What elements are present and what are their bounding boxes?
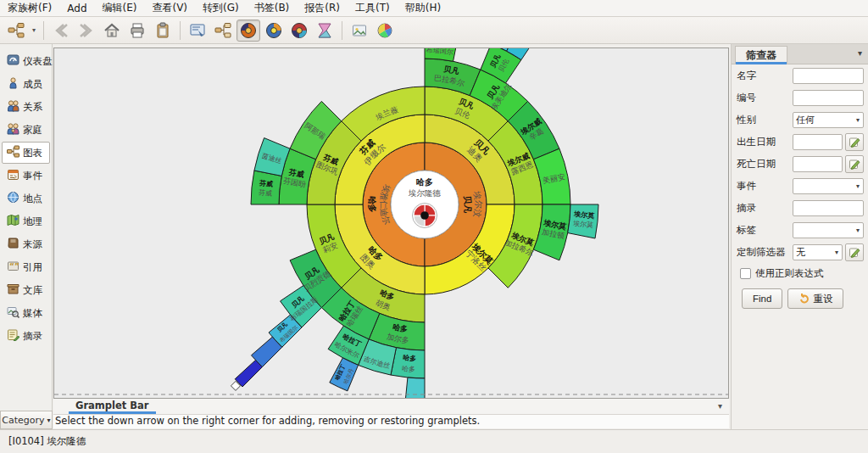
fan-chart[interactable]: 哈多埃雅仁迪尔贝凡埃尔汶贝凡迪奥埃尔莫宁洛丝哈多图奥芬威伊缀尔贝凡贝伦埃尔威露西…: [54, 48, 728, 398]
gramplet-message: Select the down arrow on the right corne…: [53, 415, 729, 428]
chevron-down-icon: ▾: [856, 226, 860, 234]
sidebar-item-family[interactable]: 家庭: [2, 119, 50, 141]
sidebar-item-relations[interactable]: 关系: [2, 96, 50, 118]
filter-label-birth-date: 出生日期: [737, 136, 790, 148]
sidebar-item-person[interactable]: 成员: [2, 73, 50, 95]
menu-item-5[interactable]: 书签(B): [247, 0, 298, 17]
custom-filter-select[interactable]: 无▾: [793, 244, 843, 260]
sidebar-item-citations[interactable]: “”引用: [2, 256, 50, 278]
descendant-tree-icon[interactable]: [313, 20, 337, 42]
forward-icon[interactable]: [75, 20, 98, 42]
menu-item-8[interactable]: 帮助(H): [398, 0, 448, 17]
fan-chart-canvas[interactable]: 哈多埃雅仁迪尔贝凡埃尔汶贝凡迪奥埃尔莫宁洛丝哈多图奥芬威伊缀尔贝凡贝伦埃尔威露西…: [53, 48, 729, 399]
toolbar-separator: [43, 21, 44, 40]
print-icon[interactable]: [125, 20, 149, 42]
svg-text:“”: “”: [9, 262, 19, 271]
sidebar-item-media[interactable]: 媒体: [2, 302, 50, 324]
sidebar-item-geography[interactable]: 地理: [2, 210, 50, 232]
filter-row-custom-filter: 定制筛选器无▾: [732, 241, 868, 263]
toolbar: ▾: [0, 17, 868, 44]
fan-segment-label: 哈多: [401, 365, 415, 374]
note-input[interactable]: [793, 200, 864, 216]
filter-row-event: 事件▾: [732, 175, 868, 197]
fan-segment[interactable]: [391, 348, 425, 378]
sources-icon: [7, 237, 19, 252]
pedigree-view-icon[interactable]: [211, 20, 235, 42]
repositories-icon: [7, 282, 19, 298]
custom-filter-edit-button[interactable]: [845, 243, 864, 261]
name-input[interactable]: [793, 68, 864, 84]
menu-item-3[interactable]: 查看(V): [144, 0, 195, 17]
filter-label-note: 摘录: [737, 202, 790, 215]
filter-panel: 筛查器 ▾ 名字编号性别任何▾出生日期死亡日期事件▾摘录标签▾定制筛选器无▾ 使…: [731, 44, 868, 429]
sidebar-item-label: 图表: [23, 147, 42, 159]
chevron-down-icon[interactable]: ▾: [29, 20, 39, 42]
sidebar-item-repositories[interactable]: 文库: [2, 279, 50, 301]
birth-date-input[interactable]: [793, 134, 843, 150]
configure-view-icon[interactable]: [186, 20, 209, 42]
clipboard-icon[interactable]: [151, 20, 175, 42]
edit-pencil-icon: [849, 246, 860, 258]
birth-date-edit-button[interactable]: [845, 133, 864, 151]
sidebar-item-charts[interactable]: 图表: [2, 142, 50, 164]
sidebar-item-label: 来源: [23, 238, 42, 251]
sidebar-item-sources[interactable]: 来源: [2, 233, 50, 255]
filter-tabbar: 筛查器 ▾: [732, 44, 868, 64]
sidebar-item-label: 家庭: [23, 124, 42, 137]
id-input[interactable]: [793, 90, 864, 106]
category-selector[interactable]: Category ▾: [0, 411, 53, 429]
sidebar-item-places[interactable]: 地点: [2, 187, 50, 210]
fanchart-desc-view-icon[interactable]: [262, 20, 286, 42]
filter-label-gender: 性别: [737, 114, 790, 126]
sidebar-item-label: 地理: [23, 215, 42, 228]
menu-item-4[interactable]: 转到(G): [195, 0, 247, 17]
undo-icon: [798, 294, 810, 305]
menu-bar: 家族树(F)Add编辑(E)查看(V)转到(G)书签(B)报告(R)工具(T)帮…: [0, 0, 868, 17]
fan-segment[interactable]: [235, 360, 262, 387]
regex-label: 使用正则表达式: [755, 267, 824, 280]
sidebar-item-notes[interactable]: 摘录: [2, 325, 50, 347]
sidebar-item-dashboard[interactable]: 仪表盘: [2, 50, 50, 72]
sidebar-item-events[interactable]: 事件: [2, 165, 50, 187]
menu-item-6[interactable]: 报告(R): [297, 0, 348, 17]
fanchart-2way-view-icon[interactable]: [287, 20, 311, 42]
menu-item-0[interactable]: 家族树(F): [0, 0, 59, 17]
person-icon: [7, 76, 19, 92]
death-date-edit-button[interactable]: [845, 155, 864, 173]
event-select[interactable]: ▾: [793, 178, 864, 194]
status-text: [I0104] 埃尔隆德: [8, 435, 86, 448]
gender-select[interactable]: 任何▾: [793, 112, 864, 128]
chevron-down-icon[interactable]: ▾: [858, 48, 862, 58]
tag-select[interactable]: ▾: [793, 222, 864, 238]
center-surname: 哈多: [416, 177, 433, 187]
chevron-down-icon[interactable]: ▾: [718, 401, 722, 411]
edit-pencil-icon: [849, 136, 860, 148]
image-tool-icon[interactable]: [348, 20, 371, 42]
citations-icon: “”: [7, 260, 19, 275]
filter-label-custom-filter: 定制筛选器: [737, 246, 790, 259]
menu-item-7[interactable]: 工具(T): [348, 0, 398, 17]
sidebar-item-label: 事件: [23, 170, 42, 182]
menu-item-1[interactable]: Add: [59, 1, 94, 16]
filter-row-birth-date: 出生日期: [732, 131, 868, 153]
sidebar-item-label: 摘录: [23, 330, 42, 343]
family-icon: [7, 122, 19, 137]
back-icon[interactable]: [49, 20, 73, 42]
find-button[interactable]: Find: [742, 288, 782, 309]
family-trees-icon[interactable]: [4, 20, 28, 42]
chevron-down-icon: ▾: [856, 116, 860, 124]
fanchart-view-icon[interactable]: [236, 20, 260, 42]
gramplet-bar-tab[interactable]: Gramplet Bar: [69, 400, 156, 414]
death-date-input[interactable]: [793, 156, 843, 172]
gramplet-bar: Gramplet Bar ▾: [53, 399, 729, 415]
filter-tab[interactable]: 筛查器: [735, 46, 787, 64]
filter-label-id: 编号: [737, 92, 790, 104]
regex-checkbox[interactable]: [740, 268, 751, 279]
menu-item-2[interactable]: 编辑(E): [95, 0, 145, 17]
home-icon[interactable]: [100, 20, 124, 42]
fan-segment-label: 埃尔汶: [472, 190, 483, 219]
toolbar-separator: [180, 21, 181, 40]
reset-button[interactable]: 重设: [787, 288, 843, 309]
filter-label-death-date: 死亡日期: [737, 158, 790, 171]
color-tool-icon[interactable]: [373, 20, 397, 42]
